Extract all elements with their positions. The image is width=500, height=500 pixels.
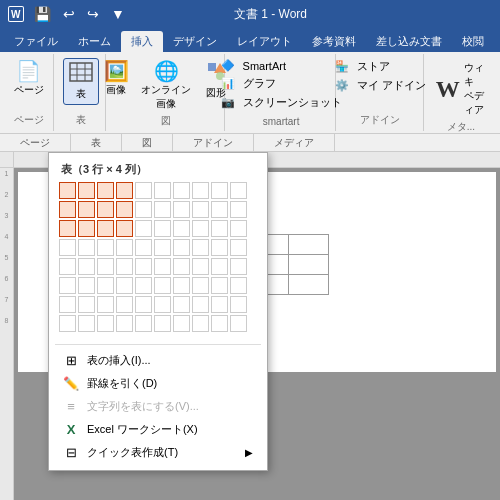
grid-cell[interactable] bbox=[173, 277, 190, 294]
grid-cell[interactable] bbox=[135, 258, 152, 275]
store-btn[interactable]: 🏪 ストア bbox=[333, 58, 392, 75]
grid-cell[interactable] bbox=[78, 258, 95, 275]
grid-cell[interactable] bbox=[173, 201, 190, 218]
smartart-btn[interactable]: 🔷 SmartArt bbox=[219, 58, 288, 73]
grid-cell[interactable] bbox=[230, 296, 247, 313]
tab-layout[interactable]: レイアウト bbox=[227, 31, 302, 52]
grid-cell[interactable] bbox=[211, 277, 228, 294]
grid-cell[interactable] bbox=[173, 239, 190, 256]
grid-cell[interactable] bbox=[173, 220, 190, 237]
image-btn[interactable]: 🖼️ 画像 bbox=[98, 58, 134, 100]
table-btn[interactable]: 表 bbox=[63, 58, 99, 105]
page-btn[interactable]: 📄 ページ bbox=[10, 58, 48, 100]
tab-review[interactable]: 校閲 bbox=[452, 31, 494, 52]
grid-cell[interactable] bbox=[211, 315, 228, 332]
grid-cell[interactable] bbox=[154, 239, 171, 256]
online-image-btn[interactable]: 🌐 オンライン画像 bbox=[137, 58, 195, 114]
grid-cell[interactable] bbox=[78, 201, 95, 218]
grid-cell[interactable] bbox=[173, 315, 190, 332]
grid-cell[interactable] bbox=[192, 258, 209, 275]
grid-cell[interactable] bbox=[135, 277, 152, 294]
grid-cell[interactable] bbox=[135, 182, 152, 199]
grid-cell[interactable] bbox=[59, 182, 76, 199]
grid-cell[interactable] bbox=[97, 296, 114, 313]
grid-cell[interactable] bbox=[116, 258, 133, 275]
grid-cell[interactable] bbox=[78, 277, 95, 294]
grid-cell[interactable] bbox=[59, 277, 76, 294]
grid-cell[interactable] bbox=[78, 239, 95, 256]
grid-cell[interactable] bbox=[173, 296, 190, 313]
excel-worksheet-item[interactable]: X Excel ワークシート(X) bbox=[55, 418, 261, 441]
grid-cell[interactable] bbox=[78, 182, 95, 199]
grid-cell[interactable] bbox=[97, 277, 114, 294]
grid-cell[interactable] bbox=[211, 220, 228, 237]
grid-cell[interactable] bbox=[154, 296, 171, 313]
grid-cell[interactable] bbox=[59, 220, 76, 237]
grid-cell[interactable] bbox=[211, 258, 228, 275]
grid-cell[interactable] bbox=[230, 220, 247, 237]
grid-cell[interactable] bbox=[59, 258, 76, 275]
grid-cell[interactable] bbox=[154, 220, 171, 237]
grid-cell[interactable] bbox=[192, 220, 209, 237]
grid-cell[interactable] bbox=[59, 239, 76, 256]
grid-cell[interactable] bbox=[116, 315, 133, 332]
tab-mailings[interactable]: 差し込み文書 bbox=[366, 31, 452, 52]
grid-cell[interactable] bbox=[211, 182, 228, 199]
redo-quick-btn[interactable]: ↪ bbox=[83, 4, 103, 24]
wikipedia-btn[interactable]: W ウィキペディア bbox=[432, 58, 490, 120]
grid-cell[interactable] bbox=[135, 315, 152, 332]
grid-cell[interactable] bbox=[154, 315, 171, 332]
grid-cell[interactable] bbox=[59, 201, 76, 218]
draw-table-item[interactable]: ✏️ 罫線を引く(D) bbox=[55, 372, 261, 395]
grid-cell[interactable] bbox=[97, 315, 114, 332]
tab-insert[interactable]: 挿入 bbox=[121, 31, 163, 52]
grid-cell[interactable] bbox=[192, 201, 209, 218]
grid-cell[interactable] bbox=[154, 277, 171, 294]
grid-cell[interactable] bbox=[97, 239, 114, 256]
grid-cell[interactable] bbox=[230, 258, 247, 275]
myaddin-btn[interactable]: ⚙️ マイ アドイン bbox=[333, 77, 428, 94]
grid-cell[interactable] bbox=[78, 315, 95, 332]
grid-cell[interactable] bbox=[230, 239, 247, 256]
grid-cell[interactable] bbox=[192, 296, 209, 313]
grid-cell[interactable] bbox=[192, 315, 209, 332]
grid-cell[interactable] bbox=[59, 296, 76, 313]
screenshot-btn[interactable]: 📷 スクリーンショット bbox=[219, 94, 344, 111]
grid-cell[interactable] bbox=[230, 201, 247, 218]
grid-cell[interactable] bbox=[173, 182, 190, 199]
grid-cell[interactable] bbox=[211, 239, 228, 256]
grid-cell[interactable] bbox=[116, 277, 133, 294]
grid-cell[interactable] bbox=[116, 239, 133, 256]
quick-table-item[interactable]: ⊟ クイック表作成(T) ▶ bbox=[55, 441, 261, 464]
grid-cell[interactable] bbox=[230, 277, 247, 294]
save-quick-btn[interactable]: 💾 bbox=[30, 4, 55, 24]
grid-cell[interactable] bbox=[230, 315, 247, 332]
grid-cell[interactable] bbox=[211, 296, 228, 313]
tab-home[interactable]: ホーム bbox=[68, 31, 121, 52]
grid-cell[interactable] bbox=[211, 201, 228, 218]
grid-cell[interactable] bbox=[192, 277, 209, 294]
grid-cell[interactable] bbox=[154, 258, 171, 275]
grid-cell[interactable] bbox=[230, 182, 247, 199]
chart-btn[interactable]: 📊 グラフ bbox=[219, 75, 278, 92]
tab-design[interactable]: デザイン bbox=[163, 31, 227, 52]
tab-file[interactable]: ファイル bbox=[4, 31, 68, 52]
grid-cell[interactable] bbox=[116, 220, 133, 237]
grid-cell[interactable] bbox=[154, 182, 171, 199]
grid-cell[interactable] bbox=[97, 258, 114, 275]
grid-cell[interactable] bbox=[116, 201, 133, 218]
grid-cell[interactable] bbox=[135, 239, 152, 256]
grid-cell[interactable] bbox=[173, 258, 190, 275]
grid-cell[interactable] bbox=[135, 201, 152, 218]
grid-cell[interactable] bbox=[78, 220, 95, 237]
grid-cell[interactable] bbox=[135, 220, 152, 237]
grid-cell[interactable] bbox=[97, 201, 114, 218]
undo-quick-btn[interactable]: ↩ bbox=[59, 4, 79, 24]
insert-table-item[interactable]: ⊞ 表の挿入(I)... bbox=[55, 349, 261, 372]
grid-cell[interactable] bbox=[154, 201, 171, 218]
grid-cell[interactable] bbox=[97, 182, 114, 199]
grid-cell[interactable] bbox=[192, 239, 209, 256]
grid-cell[interactable] bbox=[116, 182, 133, 199]
grid-cell[interactable] bbox=[135, 296, 152, 313]
grid-cell[interactable] bbox=[116, 296, 133, 313]
